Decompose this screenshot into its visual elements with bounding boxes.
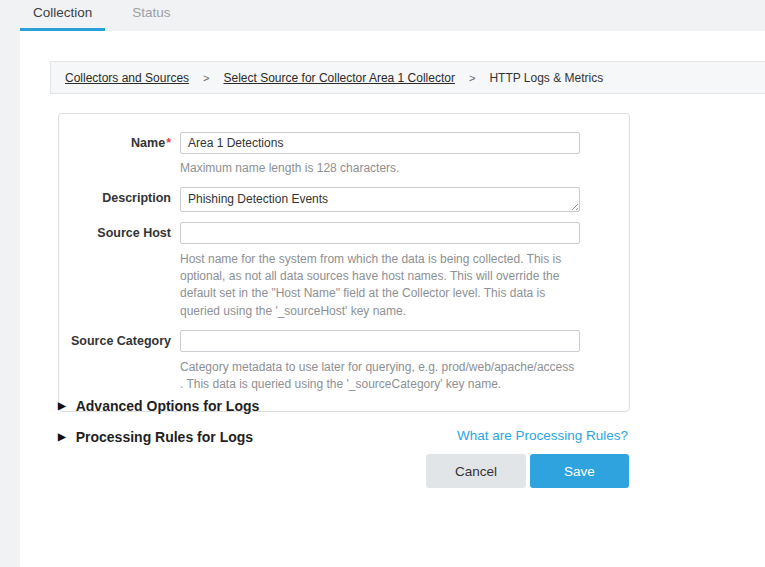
expand-arrow-icon: ▶ bbox=[58, 432, 66, 442]
source-category-helper-text: Category metadata to use later for query… bbox=[180, 359, 578, 393]
tab-bar: Collection Status bbox=[0, 0, 765, 31]
source-category-field-row: Source Category Category metadata to use… bbox=[59, 330, 629, 393]
source-category-input[interactable] bbox=[180, 330, 580, 352]
description-input[interactable]: Phishing Detection Events bbox=[180, 187, 580, 212]
cancel-button[interactable]: Cancel bbox=[426, 454, 526, 488]
breadcrumb-select-source[interactable]: Select Source for Collector Area 1 Colle… bbox=[224, 71, 455, 85]
advanced-options-expander[interactable]: ▶ Advanced Options for Logs bbox=[58, 398, 259, 414]
breadcrumb-separator-icon: > bbox=[469, 72, 475, 84]
name-helper-text: Maximum name length is 128 characters. bbox=[180, 160, 578, 177]
name-label-text: Name bbox=[131, 136, 165, 150]
source-host-label: Source Host bbox=[59, 222, 180, 320]
processing-rules-label: Processing Rules for Logs bbox=[76, 429, 253, 445]
source-host-helper-text: Host name for the system from which the … bbox=[180, 251, 578, 320]
name-input[interactable] bbox=[180, 132, 580, 154]
source-host-input[interactable] bbox=[180, 222, 580, 244]
source-category-label: Source Category bbox=[59, 330, 180, 393]
required-asterisk: * bbox=[166, 136, 171, 150]
processing-rules-help-link[interactable]: What are Processing Rules? bbox=[457, 428, 628, 443]
breadcrumb-collectors-and-sources[interactable]: Collectors and Sources bbox=[65, 71, 189, 85]
description-field-row: Description Phishing Detection Events bbox=[59, 187, 629, 212]
tab-collection[interactable]: Collection bbox=[20, 5, 105, 31]
breadcrumb-current-page: HTTP Logs & Metrics bbox=[489, 71, 603, 85]
breadcrumb: Collectors and Sources > Select Source f… bbox=[50, 61, 765, 94]
advanced-options-label: Advanced Options for Logs bbox=[76, 398, 260, 414]
breadcrumb-separator-icon: > bbox=[203, 72, 209, 84]
save-button[interactable]: Save bbox=[530, 454, 629, 488]
left-gutter bbox=[0, 0, 20, 567]
processing-rules-expander[interactable]: ▶ Processing Rules for Logs bbox=[58, 429, 253, 445]
name-field-row: Name* Maximum name length is 128 charact… bbox=[59, 132, 629, 177]
expand-arrow-icon: ▶ bbox=[58, 401, 66, 411]
name-label: Name* bbox=[59, 132, 180, 177]
source-config-panel: Name* Maximum name length is 128 charact… bbox=[58, 113, 630, 412]
source-host-field-row: Source Host Host name for the system fro… bbox=[59, 222, 629, 320]
description-label: Description bbox=[59, 187, 180, 212]
form-actions: Cancel Save bbox=[426, 454, 629, 488]
tab-status[interactable]: Status bbox=[119, 5, 183, 31]
